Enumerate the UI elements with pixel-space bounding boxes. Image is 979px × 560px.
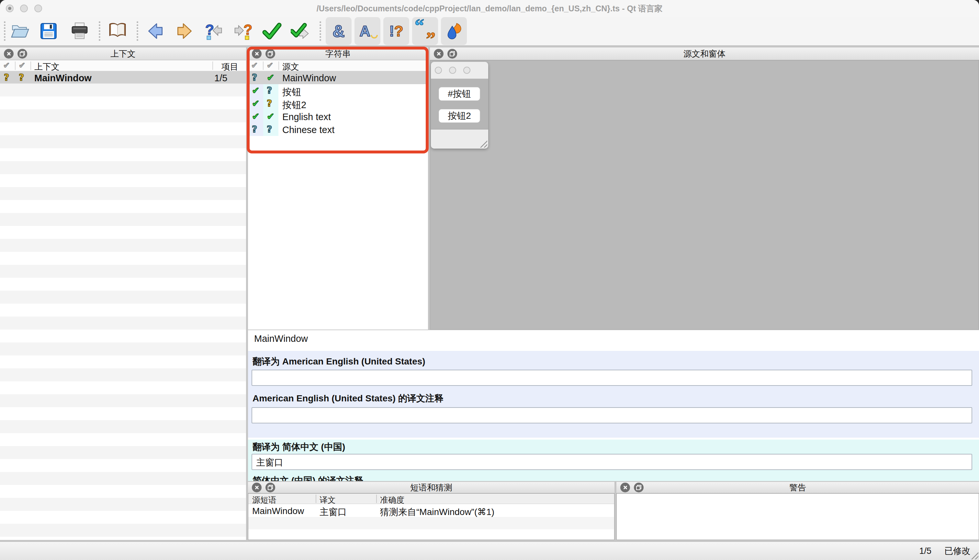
float-panel-button[interactable] xyxy=(265,49,275,58)
preview-button-2[interactable]: 按钮2 xyxy=(439,109,480,123)
place-markers-toggle-button[interactable] xyxy=(441,17,467,45)
phrase-matches-toggle-button[interactable]: ! ? xyxy=(383,17,409,45)
phrase-book-icon xyxy=(108,22,127,41)
close-window-button[interactable] xyxy=(6,5,13,12)
preview-button-1[interactable]: #按钮 xyxy=(439,87,480,101)
status-icon: ✔ xyxy=(267,72,274,83)
toolbar-handle xyxy=(4,22,5,41)
status-modified: 已修改 xyxy=(944,545,971,557)
warnings-panel: 警告 xyxy=(616,482,979,540)
source-column-label: 源文 xyxy=(282,61,299,73)
save-button[interactable] xyxy=(37,17,60,45)
english-translation-input[interactable] xyxy=(252,370,972,386)
phrases-panel-header: 短语和猜测 xyxy=(248,482,614,493)
string-source-text: MainWindow xyxy=(282,73,336,83)
status-icon: ✔ xyxy=(267,111,274,122)
string-row[interactable]: ? ✔ MainWindow xyxy=(248,71,428,84)
minimize-window-button[interactable] xyxy=(20,5,28,12)
status-icon: ✔ xyxy=(252,98,259,109)
float-panel-button[interactable] xyxy=(265,483,275,492)
close-icon xyxy=(254,485,259,490)
previous-unfinished-button[interactable]: ? xyxy=(202,17,226,45)
previous-unfinished-icon: ? xyxy=(204,22,223,41)
guess-translation: 主窗口 xyxy=(320,506,347,518)
resize-grip-icon xyxy=(970,551,978,559)
ending-punctuation-toggle-button[interactable]: A xyxy=(355,17,380,45)
drop-flame-icon xyxy=(445,22,463,40)
resize-grip-icon xyxy=(479,139,487,148)
guess-accuracy: 猜测来自“MainWindow”(⌘1) xyxy=(380,506,494,518)
quotes-toggle-button[interactable]: “ ” xyxy=(412,17,438,45)
string-row[interactable]: ✔ ? 按钮 xyxy=(248,84,428,97)
letter-a-icon: A xyxy=(359,23,370,38)
status-icon: ✔ xyxy=(252,111,259,122)
items-column-label: 项目 xyxy=(222,61,238,73)
string-source-text: Chinese text xyxy=(282,125,334,135)
column-divider xyxy=(15,62,15,70)
preview-titlebar xyxy=(431,62,488,79)
context-panel: 上下文 ✔ ✔ 上下文 项目 ? ? MainWindow 1/5 xyxy=(0,47,246,540)
string-source-text: 按钮 xyxy=(282,86,301,99)
context-panel-title: 上下文 xyxy=(0,48,246,60)
sources-panel-title: 源文和窗体 xyxy=(430,48,979,60)
question-icon: ? xyxy=(394,23,404,38)
check-icon: ✔ xyxy=(19,61,25,70)
float-icon xyxy=(636,485,641,490)
phrases-table-header[interactable]: 源短语 译文 准确度 xyxy=(249,493,614,504)
svg-text:?: ? xyxy=(205,22,214,38)
strings-tree-header[interactable]: ✔ ✔ 源文 xyxy=(248,60,428,71)
status-icon: ✔ xyxy=(252,85,259,96)
warnings-list xyxy=(616,493,979,540)
accelerators-toggle-button[interactable]: & xyxy=(326,17,352,45)
close-panel-button[interactable] xyxy=(434,49,444,58)
string-row[interactable]: ✔ ? 按钮2 xyxy=(248,97,428,110)
done-and-next-button[interactable] xyxy=(260,17,284,45)
close-panel-button[interactable] xyxy=(252,483,262,492)
english-comment-label: American English (United States) 的译文注释 xyxy=(252,392,444,405)
sources-panel-header: 源文和窗体 xyxy=(430,47,979,60)
close-panel-button[interactable] xyxy=(252,49,262,58)
window-title: /Users/leo/Documents/code/cppProject/lan… xyxy=(0,3,979,14)
back-arrow-icon xyxy=(146,22,165,41)
close-panel-button[interactable] xyxy=(4,49,13,58)
preview-zoom-icon xyxy=(463,67,470,74)
next-unfinished-button[interactable]: ? xyxy=(231,17,255,45)
zoom-window-button[interactable] xyxy=(34,5,42,12)
open-file-button[interactable] xyxy=(8,17,32,45)
english-comment-input[interactable] xyxy=(252,407,972,423)
float-panel-button[interactable] xyxy=(634,483,644,492)
next-button[interactable] xyxy=(173,17,197,45)
form-preview-area: #按钮 按钮2 xyxy=(430,60,979,330)
phrase-book-button[interactable] xyxy=(105,17,130,45)
context-row-mainwindow[interactable]: ? ? MainWindow 1/5 xyxy=(0,71,246,83)
float-panel-button[interactable] xyxy=(17,49,27,58)
float-icon xyxy=(20,51,25,56)
string-row[interactable]: ? ? Chinese text xyxy=(248,123,428,136)
traffic-lights xyxy=(6,5,42,12)
string-row[interactable]: ✔ ✔ English text xyxy=(248,110,428,123)
guess-source: MainWindow xyxy=(252,506,304,516)
float-icon xyxy=(268,485,273,490)
translation-area: MainWindow 翻译为 American English (United … xyxy=(248,330,979,481)
phrase-guess-row[interactable]: MainWindow 主窗口 猜测来自“MainWindow”(⌘1) xyxy=(249,504,614,517)
context-tree-header[interactable]: ✔ ✔ 上下文 项目 xyxy=(0,60,246,71)
chinese-translation-label: 翻译为 简体中文 (中国) xyxy=(252,441,345,453)
printer-icon xyxy=(70,22,89,41)
status-bar: 1/5 已修改 xyxy=(0,541,979,560)
phrases-panel: 短语和猜测 源短语 译文 准确度 MainWindow 主窗口 猜测来自“Mai… xyxy=(248,482,614,540)
open-folder-icon xyxy=(10,22,30,41)
check-icon: ✔ xyxy=(267,61,273,70)
column-divider xyxy=(376,495,377,503)
print-button[interactable] xyxy=(68,17,92,45)
preview-minimize-icon xyxy=(449,67,456,74)
close-panel-button[interactable] xyxy=(620,483,630,492)
strings-panel: 字符串 ✔ ✔ 源文 ? ✔ MainWindow ✔ ? 按钮 ✔ ? xyxy=(248,47,428,330)
previous-button[interactable] xyxy=(143,17,167,45)
forward-arrow-icon xyxy=(175,22,194,41)
float-panel-button[interactable] xyxy=(447,49,457,58)
toolbar: ? ? & xyxy=(0,17,979,46)
done-and-next-forward-button[interactable] xyxy=(289,17,312,45)
context-name: MainWindow xyxy=(34,73,92,83)
chinese-translation-input[interactable]: 主窗口 xyxy=(252,454,972,470)
done-check-icon xyxy=(262,22,282,41)
